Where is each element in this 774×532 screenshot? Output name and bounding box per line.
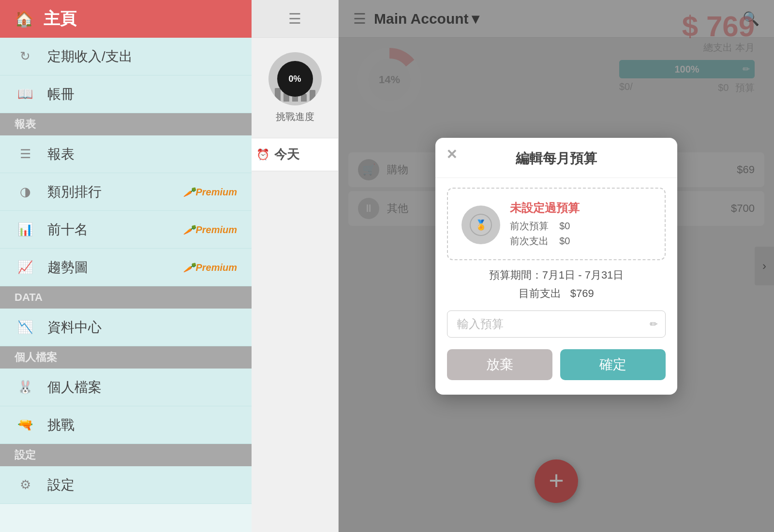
challenge-nav-icon: 🔫 (15, 414, 36, 436)
section-settings-label: 設定 (15, 448, 36, 462)
sidebar-item-data-center[interactable]: 📉 資料中心 (0, 309, 252, 346)
budget-input[interactable] (447, 310, 666, 338)
section-profile: 個人檔案 (0, 346, 252, 369)
recurring-label: 定期收入/支出 (47, 47, 133, 66)
today-label: 今天 (274, 146, 299, 163)
personal-label: 個人檔案 (47, 378, 102, 397)
sidebar-item-personal[interactable]: 🐰 個人檔案 (0, 369, 252, 406)
section-reports: 報表 (0, 113, 252, 135)
prev-expense-value: $0 (559, 236, 570, 246)
challenge-section: 0% 挑戰進度 (264, 38, 327, 133)
modal-input-row: ✏ (447, 310, 666, 338)
ledger-icon: 📖 (15, 84, 36, 105)
cancel-button[interactable]: 放棄 (447, 349, 552, 380)
sidebar-item-ledger[interactable]: 📖 帳冊 (0, 75, 252, 113)
sidebar-item-report[interactable]: ☰ 報表 (0, 135, 252, 173)
sidebar-home-label: 主頁 (44, 8, 76, 30)
middle-panel: ☰ 0% 挑戰進度 ⏰ 今天 (252, 0, 339, 532)
home-icon: 🏠 (15, 10, 34, 28)
input-edit-icon: ✏ (650, 318, 658, 330)
right-panel: ☰ Main Account ▾ 🔍 14% $ 769 (339, 0, 774, 532)
badge-svg: 🏅 (469, 213, 493, 237)
section-reports-label: 報表 (15, 117, 36, 132)
prev-expense-row: 前次支出 $0 (510, 235, 651, 248)
ledger-label: 帳冊 (47, 85, 74, 103)
premium-badge-category: 🥕Premium (183, 186, 237, 198)
premium-badge-top-ten: 🥕Premium (183, 223, 237, 236)
sidebar: 🏠 主頁 ↻ 定期收入/支出 📖 帳冊 報表 ☰ 報表 ◑ 類別排行 🥕Prem… (0, 0, 252, 532)
section-profile-label: 個人檔案 (15, 350, 57, 365)
trend-icon: 📈 (15, 257, 36, 278)
bar-5 (310, 90, 315, 102)
today-icon: ⏰ (256, 148, 269, 161)
edit-budget-modal: ✕ 編輯每月預算 🏅 未設定過預算 前次預算 $0 (435, 138, 677, 395)
modal-current: 目前支出 $769 (435, 286, 677, 301)
prev-budget-label: 前次預算 (510, 221, 549, 231)
trend-label: 趨勢圖 (47, 258, 88, 277)
middle-topbar: ☰ (252, 0, 338, 38)
challenge-percent: 0% (288, 74, 301, 84)
top-ten-icon: 📊 (15, 219, 36, 240)
modal-buttons: 放棄 確定 (447, 349, 666, 380)
report-icon: ☰ (15, 144, 36, 165)
modal-title: 編輯每月預算 (435, 138, 677, 178)
sidebar-item-trend[interactable]: 📈 趨勢圖 🥕Premium (0, 249, 252, 286)
challenge-label: 挑戰進度 (276, 110, 314, 123)
prev-budget-value: $0 (559, 221, 570, 231)
recurring-icon: ↻ (15, 46, 36, 67)
sidebar-item-category-rank[interactable]: ◑ 類別排行 🥕Premium (0, 173, 252, 211)
badge-icon: 🏅 (461, 206, 500, 244)
report-label: 報表 (47, 145, 74, 163)
section-settings: 設定 (0, 444, 252, 466)
section-data-label: DATA (15, 291, 43, 304)
sidebar-item-settings[interactable]: ⚙ 設定 (0, 466, 252, 504)
sidebar-item-challenge[interactable]: 🔫 挑戰 (0, 406, 252, 444)
data-center-icon: 📉 (15, 317, 36, 338)
top-ten-label: 前十名 (47, 221, 88, 239)
section-data: DATA (0, 286, 252, 309)
badge-info: 未設定過預算 前次預算 $0 前次支出 $0 (510, 200, 651, 250)
middle-hamburger-icon[interactable]: ☰ (288, 10, 301, 27)
prev-expense-label: 前次支出 (510, 236, 549, 246)
confirm-button[interactable]: 確定 (560, 349, 666, 380)
challenge-circle: 0% (268, 52, 322, 105)
modal-badge-row: 🏅 未設定過預算 前次預算 $0 前次支出 $0 (447, 188, 666, 260)
sidebar-item-top-ten[interactable]: 📊 前十名 🥕Premium (0, 211, 252, 249)
settings-label: 設定 (47, 476, 74, 494)
category-rank-icon: ◑ (15, 181, 36, 203)
challenge-inner: 0% (277, 61, 313, 97)
badge-title: 未設定過預算 (510, 200, 651, 216)
today-section: ⏰ 今天 (252, 138, 338, 171)
svg-text:🏅: 🏅 (475, 219, 487, 231)
category-rank-label: 類別排行 (47, 183, 102, 201)
challenge-nav-label: 挑戰 (47, 416, 74, 434)
premium-badge-trend: 🥕Premium (183, 261, 237, 274)
bar-1 (275, 88, 281, 102)
settings-icon: ⚙ (15, 474, 36, 496)
modal-close-button[interactable]: ✕ (446, 147, 457, 163)
sidebar-header[interactable]: 🏠 主頁 (0, 0, 252, 38)
personal-icon: 🐰 (15, 377, 36, 398)
modal-period: 預算期間：7月1日 - 7月31日 (435, 268, 677, 282)
prev-budget-row: 前次預算 $0 (510, 220, 651, 233)
data-center-label: 資料中心 (47, 318, 102, 337)
modal-overlay: ✕ 編輯每月預算 🏅 未設定過預算 前次預算 $0 (339, 0, 774, 532)
sidebar-item-recurring[interactable]: ↻ 定期收入/支出 (0, 38, 252, 75)
